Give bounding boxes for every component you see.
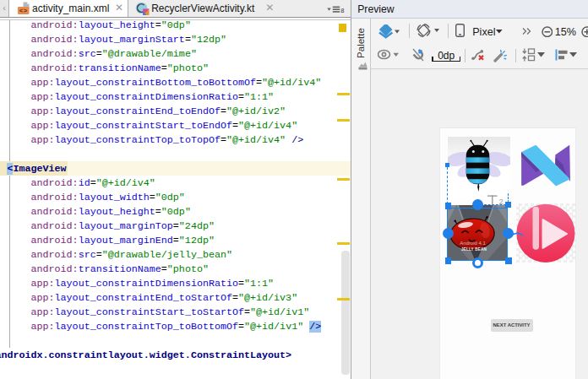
svg-text:<>: <>	[19, 8, 28, 14]
svg-text:2: 2	[499, 197, 504, 205]
svg-text:8: 8	[340, 7, 344, 14]
